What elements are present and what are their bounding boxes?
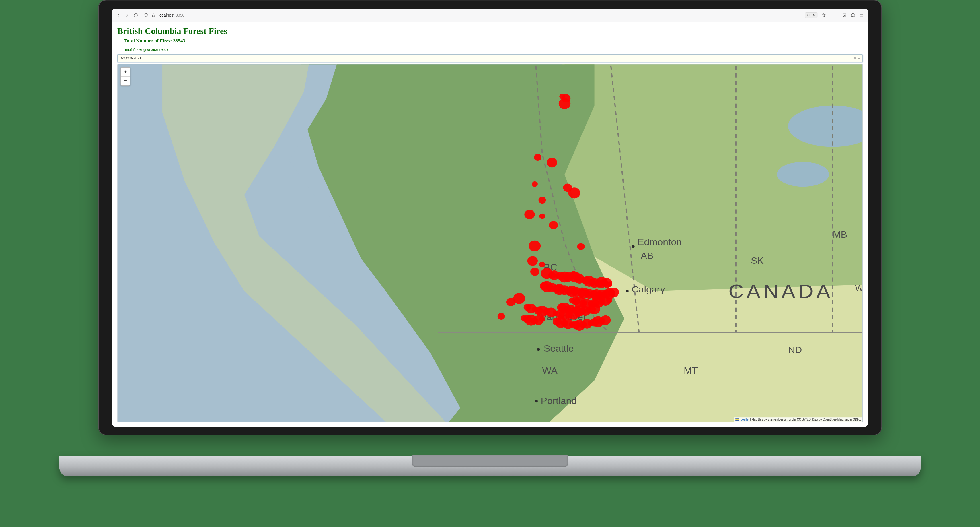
forward-icon[interactable] <box>125 13 129 18</box>
fire-marker[interactable] <box>547 158 557 167</box>
fire-marker[interactable] <box>606 281 612 287</box>
fire-marker[interactable] <box>539 316 545 322</box>
fire-marker[interactable] <box>538 196 546 203</box>
fire-marker[interactable] <box>588 303 600 314</box>
zoom-badge[interactable]: 80% <box>805 12 818 18</box>
extensions-icon[interactable] <box>851 13 855 18</box>
fire-marker[interactable] <box>600 315 611 325</box>
fire-marker[interactable] <box>497 313 505 320</box>
map-label-mt: MT <box>684 366 698 375</box>
leaflet-link[interactable]: Leaflet <box>741 418 749 421</box>
fire-marker[interactable] <box>529 240 541 251</box>
back-icon[interactable] <box>116 13 121 18</box>
reload-icon[interactable] <box>134 13 138 18</box>
svg-point-3 <box>777 162 829 187</box>
menu-icon[interactable] <box>859 13 864 18</box>
fire-marker[interactable] <box>575 312 581 317</box>
fire-marker[interactable] <box>530 268 539 276</box>
fire-marker[interactable] <box>539 262 545 267</box>
zoom-in-button[interactable]: + <box>121 68 130 77</box>
map-label-seattle: Seattle <box>544 343 574 354</box>
map-label-portland: Portland <box>541 396 577 406</box>
map-label-mb: MB <box>833 229 847 240</box>
fire-marker[interactable] <box>558 98 570 109</box>
fire-marker[interactable] <box>534 154 541 161</box>
map-label-country: CANADA <box>729 280 833 302</box>
fire-marker[interactable] <box>532 181 538 187</box>
fire-marker[interactable] <box>539 213 545 219</box>
laptop-base <box>59 455 921 476</box>
map-label-nd: ND <box>788 345 802 355</box>
laptop-notch <box>412 455 568 467</box>
zoom-out-button[interactable]: − <box>121 77 130 85</box>
url-text: localhost:8050 <box>159 13 185 18</box>
pocket-icon[interactable] <box>842 13 846 18</box>
fire-marker[interactable] <box>527 256 538 266</box>
map-label-edmonton: Edmonton <box>638 237 682 247</box>
address-bar[interactable]: localhost:8050 <box>142 13 801 18</box>
map-label-wi: WI <box>855 284 862 293</box>
dropdown-selected-label: August-2021 <box>121 56 853 61</box>
svg-point-4 <box>632 245 635 248</box>
map-label-calgary: Calgary <box>632 284 665 294</box>
month-total-heading: Total for August-2021: 9093 <box>124 47 863 52</box>
svg-point-7 <box>537 348 540 351</box>
map-container[interactable]: CANADA BC AB SK MB WI ND MT WA Edmonton <box>117 64 863 422</box>
star-icon[interactable] <box>821 13 826 18</box>
month-dropdown[interactable]: August-2021 ✕ ▾ <box>117 54 863 62</box>
lock-icon <box>151 13 156 18</box>
ukraine-flag-icon <box>735 418 739 421</box>
browser-toolbar: localhost:8050 80% <box>112 9 868 22</box>
svg-point-8 <box>535 399 538 402</box>
fire-marker[interactable] <box>549 221 558 229</box>
dropdown-clear-icon[interactable]: ✕ <box>853 57 857 60</box>
fire-marker[interactable] <box>577 243 584 250</box>
map-canvas[interactable]: CANADA BC AB SK MB WI ND MT WA Edmonton <box>118 64 862 422</box>
map-label-wa: WA <box>542 366 557 375</box>
fire-marker[interactable] <box>568 187 580 198</box>
fire-marker[interactable] <box>513 293 525 304</box>
zoom-controls: + − <box>121 67 130 86</box>
page-title: British Columbia Forest Fires <box>117 26 863 36</box>
fire-marker[interactable] <box>524 209 535 219</box>
map-attribution: Leaflet | Map tiles by Stamen Design, un… <box>734 417 862 422</box>
page-body: British Columbia Forest Fires Total Numb… <box>112 22 868 426</box>
map-label-sk: SK <box>751 256 764 265</box>
svg-point-5 <box>625 290 628 292</box>
laptop-frame: localhost:8050 80% <box>98 0 882 506</box>
shield-icon <box>144 13 148 18</box>
total-fires-heading: Total Number of Fires: 33543 <box>124 38 863 44</box>
fire-marker[interactable] <box>608 287 619 297</box>
map-label-ab: AB <box>640 251 653 261</box>
chevron-down-icon[interactable]: ▾ <box>857 57 861 60</box>
fire-marker[interactable] <box>606 297 612 303</box>
svg-rect-0 <box>152 15 154 17</box>
